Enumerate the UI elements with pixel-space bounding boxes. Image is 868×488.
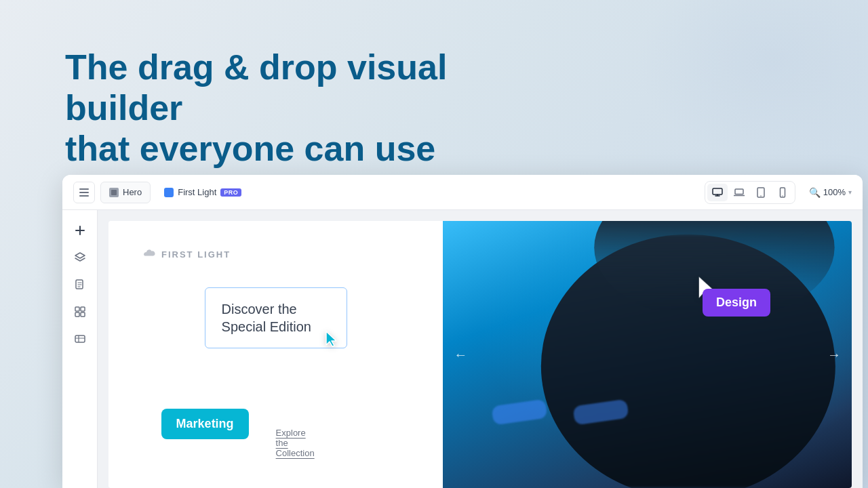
hero-section: The drag & drop visual builder that ever… <box>65 47 472 169</box>
brand-logo: FIRST LIGHT <box>141 248 231 260</box>
menu-button[interactable] <box>73 182 95 203</box>
hero-title: The drag & drop visual builder that ever… <box>65 47 472 169</box>
project-icon <box>164 188 174 197</box>
viewport-controls <box>705 181 795 204</box>
svg-rect-9 <box>81 307 85 311</box>
discover-box[interactable]: Discover the Special Edition <box>205 287 347 348</box>
pro-badge: PRO <box>220 188 241 197</box>
page-icon <box>109 188 119 197</box>
svg-rect-0 <box>111 190 117 195</box>
media-button[interactable] <box>68 327 92 351</box>
add-element-button[interactable] <box>68 218 92 243</box>
svg-rect-8 <box>75 307 79 311</box>
hero-tab[interactable]: Hero <box>100 182 151 203</box>
bg-decoration <box>637 0 868 163</box>
components-button[interactable] <box>68 300 92 324</box>
builder-content: FIRST LIGHT Discover the Special Edition <box>62 210 863 488</box>
svg-rect-12 <box>75 336 85 342</box>
zoom-chevron-icon: ▾ <box>848 188 852 196</box>
brand-name: FIRST LIGHT <box>161 249 231 260</box>
mobile-viewport-btn[interactable] <box>772 184 793 201</box>
tablet-viewport-btn[interactable] <box>751 184 771 201</box>
marketing-badge: Marketing <box>161 409 249 439</box>
desktop-viewport-btn[interactable] <box>707 184 728 201</box>
sidebar <box>62 210 98 488</box>
project-tab[interactable]: First Light PRO <box>156 182 250 203</box>
svg-rect-11 <box>81 312 85 317</box>
cursor-icon-inside <box>323 330 340 349</box>
pages-button[interactable] <box>68 272 92 297</box>
toolbar: Hero First Light PRO <box>62 175 863 210</box>
discover-text: Discover the Special Edition <box>222 302 311 334</box>
zoom-icon: 🔍 <box>809 187 821 198</box>
brand-icon <box>141 248 156 260</box>
canvas-frame: FIRST LIGHT Discover the Special Edition <box>108 221 852 488</box>
nav-next-button[interactable]: → <box>827 347 841 363</box>
layers-button[interactable] <box>68 245 92 270</box>
svg-rect-2 <box>735 189 743 195</box>
canvas-area: FIRST LIGHT Discover the Special Edition <box>98 210 863 488</box>
svg-rect-1 <box>713 188 722 195</box>
builder-ui: Hero First Light PRO <box>62 175 863 488</box>
nav-prev-button[interactable]: ← <box>454 347 467 363</box>
explore-link[interactable]: Explore the Collection <box>276 428 315 458</box>
svg-point-6 <box>782 195 783 196</box>
canvas-right-panel: ← → Design <box>443 221 852 488</box>
canvas-left-panel: FIRST LIGHT Discover the Special Edition <box>108 221 443 488</box>
zoom-control[interactable]: 🔍 100% ▾ <box>809 187 852 198</box>
laptop-viewport-btn[interactable] <box>729 184 749 201</box>
svg-point-4 <box>760 195 762 197</box>
design-badge: Design <box>703 289 770 317</box>
svg-rect-10 <box>75 312 79 317</box>
hamburger-icon <box>79 188 89 197</box>
